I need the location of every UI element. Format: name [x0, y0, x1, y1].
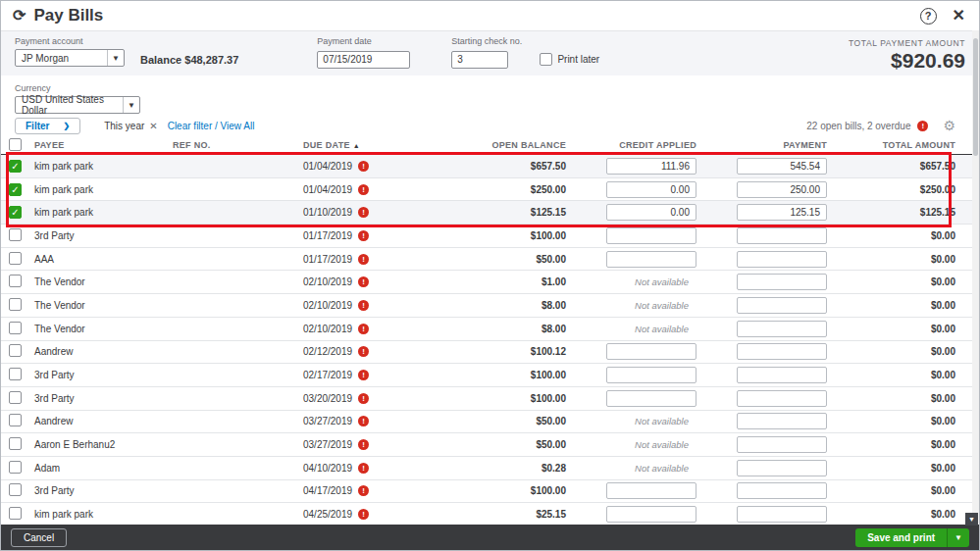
payment-input[interactable] — [737, 367, 827, 383]
column-header-payee[interactable]: PAYEE — [34, 140, 173, 150]
close-icon[interactable]: ✕ — [953, 8, 965, 24]
credit-applied-input[interactable] — [606, 181, 696, 198]
column-header-credit-applied[interactable]: CREDIT APPLIED — [566, 140, 696, 150]
starting-check-input[interactable] — [451, 51, 508, 69]
payee-cell: kim park park — [34, 184, 173, 195]
payment-input[interactable] — [737, 482, 827, 499]
row-checkbox[interactable] — [9, 437, 22, 450]
open-balance-cell: $100.00 — [440, 485, 566, 496]
column-header-ref[interactable]: REF NO. — [173, 140, 303, 150]
payment-cell — [696, 251, 827, 268]
row-checkbox[interactable] — [9, 298, 22, 311]
column-header-total-amount[interactable]: TOTAL AMOUNT — [827, 140, 955, 150]
row-checkbox[interactable] — [9, 461, 22, 474]
payment-input[interactable] — [737, 181, 827, 198]
vertical-scrollbar[interactable] — [972, 30, 979, 525]
help-icon[interactable]: ? — [920, 8, 937, 25]
credit-applied-input[interactable] — [606, 204, 696, 221]
payee-cell: Aaron E Berhanu2 — [34, 439, 173, 450]
currency-select[interactable]: USD United States Dollar ▼ — [15, 96, 140, 114]
row-checkbox[interactable] — [9, 507, 22, 520]
due-date-text: 01/10/2019 — [303, 207, 352, 218]
chevron-down-icon[interactable]: ▼ — [947, 528, 969, 547]
credit-applied-input[interactable] — [606, 367, 696, 383]
not-available-text: Not available — [635, 276, 696, 287]
overdue-icon: ! — [358, 300, 369, 311]
credit-applied-input[interactable] — [606, 158, 696, 175]
cancel-button[interactable]: Cancel — [11, 528, 67, 547]
payment-input[interactable] — [737, 436, 827, 453]
credit-applied-input[interactable] — [606, 390, 696, 407]
overdue-badge-icon: ! — [917, 121, 928, 131]
table-row: The Vendor 02/10/2019 ! $1.00 Not availa… — [1, 271, 979, 294]
row-checkbox[interactable] — [9, 391, 22, 404]
open-balance-cell: $250.00 — [440, 184, 566, 195]
bills-table-body: kim park park 01/04/2019 ! $657.50 $657.… — [1, 155, 979, 526]
row-checkbox[interactable] — [9, 322, 22, 334]
row-checkbox[interactable] — [9, 252, 22, 265]
scroll-down-button[interactable]: ▼ — [965, 513, 978, 526]
payment-date-input[interactable] — [317, 51, 410, 69]
payee-cell: kim park park — [34, 161, 173, 172]
row-checkbox[interactable] — [9, 368, 22, 380]
payment-input[interactable] — [737, 227, 827, 244]
column-header-payment[interactable]: PAYMENT — [696, 140, 827, 150]
not-available-text: Not available — [635, 463, 696, 474]
row-checkbox[interactable] — [9, 344, 22, 357]
payment-input[interactable] — [737, 390, 827, 407]
payment-input[interactable] — [737, 274, 827, 290]
row-checkbox[interactable] — [9, 483, 22, 496]
payment-input[interactable] — [737, 506, 827, 523]
open-balance-cell: $8.00 — [440, 300, 566, 311]
row-checkbox[interactable] — [9, 414, 22, 426]
payment-input[interactable] — [737, 343, 827, 360]
payment-input[interactable] — [737, 204, 827, 221]
credit-applied-input[interactable] — [606, 506, 696, 523]
row-checkbox[interactable] — [9, 160, 22, 173]
due-date-text: 02/10/2019 — [303, 324, 352, 334]
due-date-text: 01/04/2019 — [303, 161, 352, 172]
overdue-icon: ! — [358, 276, 369, 287]
credit-applied-cell: Not available — [566, 324, 696, 334]
payment-account-select[interactable]: JP Morgan ▼ — [15, 49, 125, 67]
due-date-text: 03/27/2019 — [303, 439, 352, 450]
gear-icon[interactable]: ⚙ — [943, 119, 955, 132]
bills-summary-text: 22 open bills, 2 overdue — [806, 121, 910, 131]
payment-input[interactable] — [737, 251, 827, 268]
row-checkbox[interactable] — [9, 228, 22, 241]
credit-applied-input[interactable] — [606, 343, 696, 360]
payment-input[interactable] — [737, 158, 827, 175]
row-checkbox[interactable] — [9, 183, 22, 196]
table-row: AAA 01/17/2019 ! $50.00 $0.00 — [1, 248, 979, 272]
scrollbar-thumb[interactable] — [973, 38, 978, 156]
column-header-due-date[interactable]: DUE DATE▲ — [303, 140, 440, 150]
table-row: 3rd Party 03/20/2019 ! $100.00 $0.00 — [1, 387, 979, 411]
table-row: Aaron E Berhanu2 03/27/2019 ! $50.00 Not… — [1, 433, 979, 457]
print-later-label: Print later — [557, 54, 599, 65]
filter-chip-label: This year — [104, 121, 144, 131]
payment-input[interactable] — [737, 297, 827, 314]
payment-input[interactable] — [737, 413, 827, 429]
print-later-checkbox[interactable] — [540, 53, 552, 66]
due-date-cell: 03/20/2019 ! — [303, 393, 440, 404]
select-all-checkbox[interactable] — [9, 138, 22, 151]
payee-cell: AAA — [34, 254, 173, 265]
payment-account-field: Payment account JP Morgan ▼ — [15, 36, 125, 67]
total-cell: $657.50 — [827, 161, 955, 172]
column-header-open-balance[interactable]: OPEN BALANCE — [440, 140, 566, 150]
filter-button[interactable]: Filter❯ — [15, 118, 80, 134]
payment-input[interactable] — [737, 460, 827, 476]
due-date-text: 01/17/2019 — [303, 254, 352, 265]
row-checkbox[interactable] — [9, 206, 22, 219]
row-checkbox[interactable] — [9, 275, 22, 287]
due-date-cell: 02/10/2019 ! — [303, 300, 440, 311]
credit-applied-input[interactable] — [606, 227, 696, 244]
payment-input[interactable] — [737, 321, 827, 337]
credit-applied-input[interactable] — [606, 251, 696, 268]
due-date-cell: 01/04/2019 ! — [303, 161, 440, 172]
clear-filter-link[interactable]: Clear filter / View All — [168, 121, 255, 131]
chip-close-icon[interactable]: ✕ — [149, 121, 157, 131]
save-and-print-button[interactable]: Save and print ▼ — [855, 528, 969, 547]
payee-cell: 3rd Party — [34, 230, 173, 241]
credit-applied-input[interactable] — [606, 482, 696, 499]
